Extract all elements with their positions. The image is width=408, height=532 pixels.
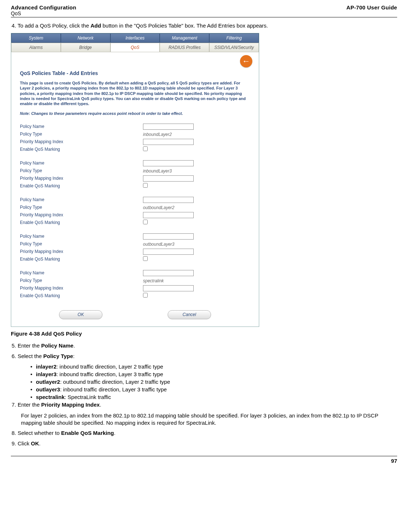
list-item: inlayer2: inbound traffic direction, Lay…: [30, 363, 397, 370]
checkbox-enable-marking-1[interactable]: [143, 146, 148, 151]
bullet-bold: inlayer3: [36, 371, 56, 377]
policy-group-5: Policy Name Policy Typespectralink Prior…: [20, 269, 250, 299]
tab-filtering[interactable]: Filtering: [209, 33, 259, 43]
input-policy-name-4[interactable]: [143, 233, 194, 240]
bullet-text: : inbound traffic direction, Layer 2 tra…: [56, 363, 163, 370]
figure-caption: Figure 4-38 Add QoS Policy: [11, 331, 397, 337]
policy-group-2: Policy Name Policy TypeinboundLayer3 Pri…: [20, 159, 250, 190]
step-5: 5. Enter the Policy Name.: [12, 342, 397, 349]
tab-network[interactable]: Network: [61, 33, 110, 43]
step-6-text-b: :: [73, 353, 75, 359]
step-4-text-a: 4. To add a QoS Policy, click the: [12, 22, 91, 29]
list-item: outlayer2: outbound traffic direction, L…: [30, 379, 397, 385]
bullet-bold: outlayer2: [36, 379, 60, 385]
page-number: 97: [11, 456, 397, 469]
input-policy-name-1[interactable]: [143, 124, 194, 130]
tab-management[interactable]: Management: [160, 33, 209, 43]
mapping-paragraph: For layer 2 policies, an index from the …: [21, 412, 397, 426]
label-policy-type: Policy Type: [20, 278, 143, 283]
step-5-text-a: 5. Enter the: [12, 342, 41, 349]
policy-group-4: Policy Name Policy TypeoutboundLayer3 Pr…: [20, 233, 250, 263]
label-policy-name: Policy Name: [20, 197, 143, 202]
step-7-bold: Priority Mapping Index: [41, 402, 100, 408]
input-priority-mapping-5[interactable]: [143, 285, 194, 291]
tab-bridge[interactable]: Bridge: [61, 43, 110, 52]
header-section-title: Advanced Configuration: [11, 4, 76, 11]
step-7-text-a: 7. Enter the: [12, 402, 41, 408]
label-priority-mapping: Priority Mapping Index: [20, 249, 143, 254]
header-guide-title: AP-700 User Guide: [346, 4, 397, 16]
step-8-bold: Enable QoS Marking: [61, 430, 114, 436]
back-arrow-icon: ←: [242, 57, 250, 66]
input-policy-name-5[interactable]: [143, 270, 194, 276]
tab-radius[interactable]: RADIUS Profiles: [160, 43, 209, 52]
step-5-bold: Policy Name: [41, 342, 73, 349]
back-arrow-button[interactable]: ←: [240, 55, 252, 67]
bullet-bold: inlayer2: [36, 363, 56, 370]
policy-type-1: inboundLayer2: [143, 132, 172, 137]
input-priority-mapping-4[interactable]: [143, 249, 194, 255]
label-policy-type: Policy Type: [20, 132, 143, 137]
step-6: 6. Select the Policy Type:: [12, 353, 397, 359]
tab-ssid[interactable]: SSID/VLAN/Security: [209, 43, 259, 52]
tabs-outer: System Network Interfaces Management Fil…: [11, 33, 259, 43]
input-priority-mapping-2[interactable]: [143, 175, 194, 182]
step-9-text-a: 9. Click: [12, 440, 31, 446]
screenshot-description: This page is used to create QoS Policies…: [20, 80, 250, 106]
bullet-text: : inbound traffic direction, Layer 3 tra…: [60, 386, 167, 392]
screenshot-title: QoS Policies Table - Add Entries: [20, 70, 250, 76]
policy-type-2: inboundLayer3: [143, 169, 172, 174]
label-enable-marking: Enable QoS Marking: [20, 147, 143, 152]
header-rule: [11, 17, 397, 17]
policy-type-4: outboundLayer3: [143, 242, 174, 247]
tab-interfaces[interactable]: Interfaces: [110, 33, 160, 43]
cancel-button[interactable]: Cancel: [168, 310, 211, 319]
tab-alarms[interactable]: Alarms: [11, 43, 61, 52]
bullet-bold: outlayer3: [36, 386, 60, 392]
label-priority-mapping: Priority Mapping Index: [20, 286, 143, 291]
checkbox-enable-marking-4[interactable]: [143, 256, 148, 261]
policy-group-1: Policy Name Policy TypeinboundLayer2 Pri…: [20, 123, 250, 153]
label-policy-type: Policy Type: [20, 205, 143, 210]
checkbox-enable-marking-5[interactable]: [143, 293, 148, 298]
step-6-text-a: 6. Select the: [12, 353, 43, 359]
step-9-text-b: .: [39, 440, 41, 446]
tab-system[interactable]: System: [11, 33, 61, 43]
step-4: 4. To add a QoS Policy, click the Add bu…: [12, 22, 397, 29]
bullet-text: : inbound traffic direction, Layer 3 tra…: [56, 371, 163, 377]
step-8-text-a: 8. Select whether to: [12, 430, 61, 436]
step-4-bold: Add: [91, 22, 101, 29]
step-6-bold: Policy Type: [43, 353, 73, 359]
ok-button[interactable]: OK: [59, 310, 102, 319]
step-8: 8. Select whether to Enable QoS Marking.: [12, 430, 397, 436]
label-priority-mapping: Priority Mapping Index: [20, 139, 143, 144]
label-policy-type: Policy Type: [20, 241, 143, 246]
label-policy-name: Policy Name: [20, 124, 143, 129]
label-enable-marking: Enable QoS Marking: [20, 183, 143, 188]
input-priority-mapping-1[interactable]: [143, 139, 194, 145]
input-priority-mapping-3[interactable]: [143, 212, 194, 218]
header-subsection: QoS: [11, 11, 76, 16]
input-policy-name-3[interactable]: [143, 197, 194, 203]
tab-qos[interactable]: QoS: [110, 43, 160, 52]
label-policy-name: Policy Name: [20, 161, 143, 166]
checkbox-enable-marking-2[interactable]: [143, 183, 148, 188]
screenshot-note: Note: Changes to these parameters requir…: [20, 111, 250, 116]
step-7-text-b: .: [100, 402, 101, 408]
bullet-text: : outbound traffic direction, Layer 2 tr…: [60, 379, 170, 385]
label-enable-marking: Enable QoS Marking: [20, 220, 143, 225]
checkbox-enable-marking-3[interactable]: [143, 220, 148, 224]
step-9-bold: OK: [31, 440, 39, 446]
policy-group-3: Policy Name Policy TypeoutboundLayer2 Pr…: [20, 196, 250, 226]
step-8-text-b: .: [114, 430, 115, 436]
policy-type-3: outboundLayer2: [143, 205, 174, 210]
bullet-text: : SpectraLink traffic: [64, 394, 111, 400]
input-policy-name-2[interactable]: [143, 160, 194, 166]
list-item: spectralink: SpectraLink traffic: [30, 394, 397, 400]
list-item: outlayer3: inbound traffic direction, La…: [30, 386, 397, 392]
label-policy-name: Policy Name: [20, 270, 143, 275]
label-enable-marking: Enable QoS Marking: [20, 257, 143, 262]
list-item: inlayer3: inbound traffic direction, Lay…: [30, 371, 397, 377]
policy-type-5: spectralink: [143, 278, 164, 283]
label-priority-mapping: Priority Mapping Index: [20, 212, 143, 217]
